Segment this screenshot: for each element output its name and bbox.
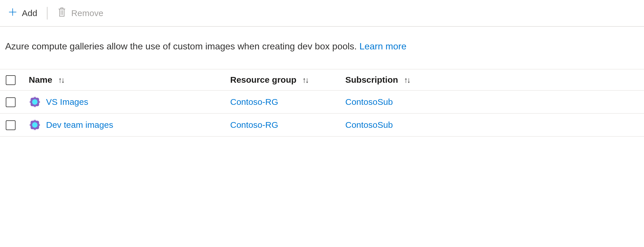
toolbar: Add Remove xyxy=(0,0,644,27)
table-row: VS ImagesContoso-RGContosoSub xyxy=(0,90,644,113)
remove-label: Remove xyxy=(71,8,103,18)
row-checkbox[interactable] xyxy=(6,120,16,130)
svg-rect-10 xyxy=(30,101,32,102)
svg-rect-19 xyxy=(35,128,36,130)
svg-rect-16 xyxy=(34,120,35,122)
svg-rect-12 xyxy=(38,101,40,102)
plus-icon xyxy=(8,7,17,19)
svg-rect-21 xyxy=(30,125,32,126)
svg-rect-5 xyxy=(32,99,38,105)
svg-rect-18 xyxy=(34,128,35,130)
svg-rect-6 xyxy=(34,97,35,99)
sort-icon: ↑↓ xyxy=(404,76,410,85)
add-button[interactable]: Add xyxy=(7,6,38,20)
svg-rect-7 xyxy=(35,97,36,99)
svg-rect-9 xyxy=(35,105,36,107)
gallery-name-link[interactable]: Dev team images xyxy=(46,120,113,130)
remove-button[interactable]: Remove xyxy=(56,5,104,21)
sort-icon: ↑↓ xyxy=(58,76,64,85)
galleries-table: Name ↑↓ Resource group ↑↓ Subscription ↑… xyxy=(0,69,644,137)
svg-rect-22 xyxy=(38,124,40,125)
svg-rect-15 xyxy=(32,122,38,128)
row-checkbox[interactable] xyxy=(6,97,16,107)
gallery-icon xyxy=(29,96,41,108)
subscription-link[interactable]: ContosoSub xyxy=(345,120,393,130)
table-header-row: Name ↑↓ Resource group ↑↓ Subscription ↑… xyxy=(0,69,644,90)
sort-icon: ↑↓ xyxy=(302,76,308,85)
resource-group-link[interactable]: Contoso-RG xyxy=(230,120,278,130)
add-label: Add xyxy=(22,8,37,18)
subscription-link[interactable]: ContosoSub xyxy=(345,97,393,107)
toolbar-divider xyxy=(47,7,47,20)
resource-group-link[interactable]: Contoso-RG xyxy=(230,97,278,107)
gallery-icon xyxy=(29,119,41,131)
column-header-rg-label: Resource group xyxy=(230,75,296,84)
gallery-name-link[interactable]: VS Images xyxy=(46,97,88,107)
svg-rect-17 xyxy=(35,120,36,122)
description-text: Azure compute galleries allow the use of… xyxy=(5,41,359,51)
table-row: Dev team imagesContoso-RGContosoSub xyxy=(0,113,644,136)
column-header-name-label: Name xyxy=(29,75,52,84)
learn-more-link[interactable]: Learn more xyxy=(359,41,407,51)
svg-rect-13 xyxy=(38,102,40,103)
trash-icon xyxy=(57,6,66,20)
select-all-checkbox[interactable] xyxy=(6,75,16,85)
description: Azure compute galleries allow the use of… xyxy=(0,27,644,69)
svg-rect-11 xyxy=(30,102,32,103)
svg-rect-20 xyxy=(30,124,32,125)
svg-rect-23 xyxy=(38,125,40,126)
column-header-subscription[interactable]: Subscription ↑↓ xyxy=(340,69,644,90)
column-header-sub-label: Subscription xyxy=(345,75,398,84)
column-header-name[interactable]: Name ↑↓ xyxy=(23,69,224,90)
svg-rect-8 xyxy=(34,105,35,107)
column-header-resource-group[interactable]: Resource group ↑↓ xyxy=(224,69,340,90)
